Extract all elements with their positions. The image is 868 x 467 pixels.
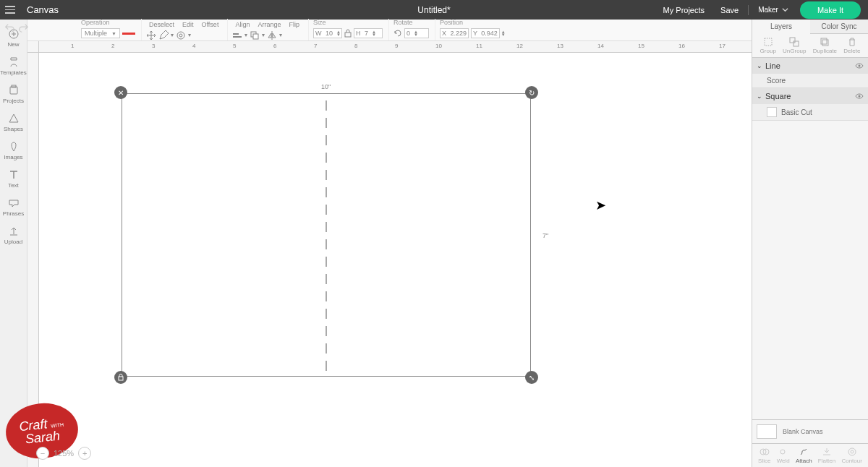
position-label: Position bbox=[440, 19, 500, 26]
shapes-icon bbox=[8, 113, 20, 124]
delete-handle[interactable]: ✕ bbox=[114, 86, 127, 99]
align-button[interactable]: Align bbox=[232, 21, 252, 28]
slice-button[interactable]: Slice bbox=[758, 447, 770, 464]
tool-label: Phrases bbox=[3, 210, 24, 217]
ungroup-button[interactable]: UnGroup bbox=[783, 37, 806, 54]
tool-label: Upload bbox=[4, 239, 22, 245]
align-icon[interactable] bbox=[232, 30, 242, 40]
arrange-button[interactable]: Arrange bbox=[255, 21, 284, 28]
score-line[interactable] bbox=[326, 100, 327, 378]
layer-name: Line bbox=[765, 61, 780, 70]
delete-button[interactable]: Delete bbox=[843, 37, 860, 54]
svg-rect-15 bbox=[822, 40, 828, 46]
path-ops: Slice Weld Attach Flatten Contour bbox=[752, 444, 868, 467]
machine-label: Maker bbox=[758, 6, 778, 14]
layer-square-header[interactable]: ⌄ Square bbox=[752, 88, 868, 104]
svg-point-21 bbox=[851, 450, 854, 453]
tool-shapes[interactable]: Shapes bbox=[0, 108, 27, 137]
text-icon bbox=[8, 169, 20, 181]
zoom-in-button[interactable]: + bbox=[78, 447, 91, 460]
move-icon[interactable] bbox=[146, 30, 156, 40]
save-button[interactable]: Save bbox=[712, 6, 746, 14]
pen-icon[interactable] bbox=[158, 30, 169, 40]
tool-templates[interactable]: Templates bbox=[0, 52, 27, 80]
flatten-icon bbox=[822, 447, 832, 457]
undo-icon[interactable] bbox=[4, 22, 14, 33]
attach-icon bbox=[799, 447, 809, 457]
brand-text: Craft WITHSarah bbox=[19, 416, 66, 446]
offset-icon[interactable] bbox=[176, 30, 186, 40]
redo-icon[interactable] bbox=[19, 22, 29, 33]
tool-projects[interactable]: Projects bbox=[0, 80, 27, 108]
make-it-button[interactable]: Make It bbox=[800, 1, 861, 19]
panel-tabs: Layers Color Sync bbox=[752, 20, 868, 34]
width-input[interactable]: W 10▲▼ bbox=[313, 28, 342, 38]
app-header: Canvas Untitled* My Projects Save Maker … bbox=[0, 0, 868, 20]
zoom-out-button[interactable]: − bbox=[36, 447, 49, 460]
contour-button[interactable]: Contour bbox=[841, 447, 861, 464]
pos-x-input[interactable]: X 2.229▲▼ bbox=[440, 28, 469, 38]
arrange-icon[interactable] bbox=[250, 30, 260, 40]
tool-text[interactable]: Text bbox=[0, 165, 27, 193]
lock-icon[interactable] bbox=[344, 29, 352, 38]
tab-layers[interactable]: Layers bbox=[752, 20, 810, 34]
weld-button[interactable]: Weld bbox=[777, 447, 790, 464]
canvas-viewport: 1 2 3 4 5 6 7 8 9 10 11 12 13 14 15 16 1… bbox=[27, 41, 752, 467]
trash-icon bbox=[847, 37, 857, 47]
app-title: Canvas bbox=[27, 4, 59, 15]
lock-handle[interactable] bbox=[114, 371, 127, 384]
group-button[interactable]: Group bbox=[760, 37, 776, 54]
height-input[interactable]: H 7▲▼ bbox=[354, 28, 383, 38]
templates-icon bbox=[8, 56, 20, 68]
edit-group: Deselect Edit Offset ▾ ▾ bbox=[141, 19, 221, 40]
width-dim: 10" bbox=[321, 83, 331, 90]
attach-button[interactable]: Attach bbox=[796, 447, 812, 464]
tool-label: New bbox=[7, 41, 19, 48]
ruler-corner bbox=[27, 41, 39, 53]
layer-type: Basic Cut bbox=[781, 108, 812, 116]
canvas-swatch bbox=[757, 424, 777, 439]
duplicate-button[interactable]: Duplicate bbox=[813, 37, 837, 54]
design-canvas[interactable]: ✕ ↻ ⤡ 10" 7" ➤ bbox=[39, 53, 752, 467]
visibility-icon[interactable] bbox=[855, 92, 864, 100]
flatten-button[interactable]: Flatten bbox=[818, 447, 835, 464]
line-color-swatch[interactable] bbox=[122, 33, 135, 35]
phrases-icon bbox=[8, 197, 20, 209]
my-projects-link[interactable]: My Projects bbox=[655, 6, 712, 14]
tool-images[interactable]: Images bbox=[0, 137, 27, 165]
svg-point-1 bbox=[179, 34, 182, 37]
layer-square-item[interactable]: Basic Cut bbox=[752, 104, 868, 120]
machine-select[interactable]: Maker bbox=[750, 6, 796, 14]
tool-sidebar: New Templates Projects Shapes Images Tex… bbox=[0, 20, 27, 467]
svg-point-0 bbox=[177, 32, 184, 39]
layer-line-item[interactable]: Score bbox=[752, 74, 868, 87]
menu-icon[interactable] bbox=[0, 0, 20, 20]
offset-button[interactable]: Offset bbox=[199, 21, 222, 28]
tool-phrases[interactable]: Phrases bbox=[0, 193, 27, 221]
layer-swatch[interactable] bbox=[767, 107, 777, 117]
pos-y-input[interactable]: Y 0.942▲▼ bbox=[471, 28, 500, 38]
rotate-label: Rotate bbox=[393, 19, 429, 26]
tab-color-sync[interactable]: Color Sync bbox=[810, 20, 868, 34]
layer-line-header[interactable]: ⌄ Line bbox=[752, 58, 868, 74]
canvas-option[interactable]: Blank Canvas bbox=[752, 420, 868, 444]
svg-point-16 bbox=[859, 65, 861, 67]
rotate-input[interactable]: 0▲▼ bbox=[404, 28, 429, 38]
cursor-icon: ➤ bbox=[595, 197, 606, 213]
operation-select[interactable]: Multiple▼ bbox=[81, 28, 120, 38]
tool-label: Shapes bbox=[4, 126, 23, 132]
size-label: Size bbox=[313, 19, 383, 26]
visibility-icon[interactable] bbox=[855, 61, 864, 70]
resize-handle[interactable]: ⤡ bbox=[525, 371, 538, 384]
layer-name: Square bbox=[765, 92, 791, 100]
deselect-button[interactable]: Deselect bbox=[146, 21, 177, 28]
svg-rect-13 bbox=[793, 41, 799, 46]
zoom-control: − 125% + bbox=[36, 447, 91, 460]
tool-upload[interactable]: Upload bbox=[0, 221, 27, 249]
weld-icon bbox=[778, 447, 788, 457]
flip-button[interactable]: Flip bbox=[286, 21, 302, 28]
flip-icon[interactable] bbox=[267, 30, 277, 40]
rotate-handle[interactable]: ↻ bbox=[525, 86, 538, 99]
tool-label: Templates bbox=[0, 69, 26, 76]
edit-button[interactable]: Edit bbox=[179, 21, 197, 28]
